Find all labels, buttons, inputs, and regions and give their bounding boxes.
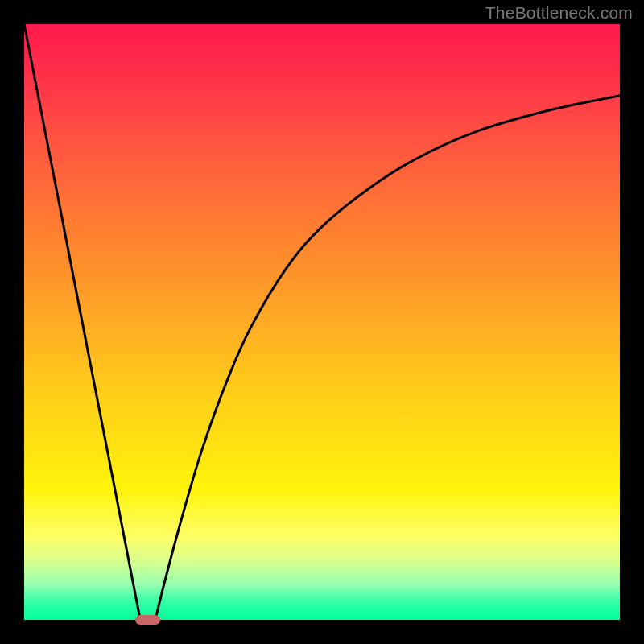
curve-left-branch — [24, 24, 140, 620]
watermark-text: TheBottleneck.com — [485, 3, 633, 23]
curve-svg — [24, 24, 620, 620]
curve-right-branch — [155, 96, 620, 620]
bottleneck-marker — [135, 615, 160, 625]
chart-container: TheBottleneck.com — [0, 0, 644, 644]
plot-area — [24, 24, 620, 620]
